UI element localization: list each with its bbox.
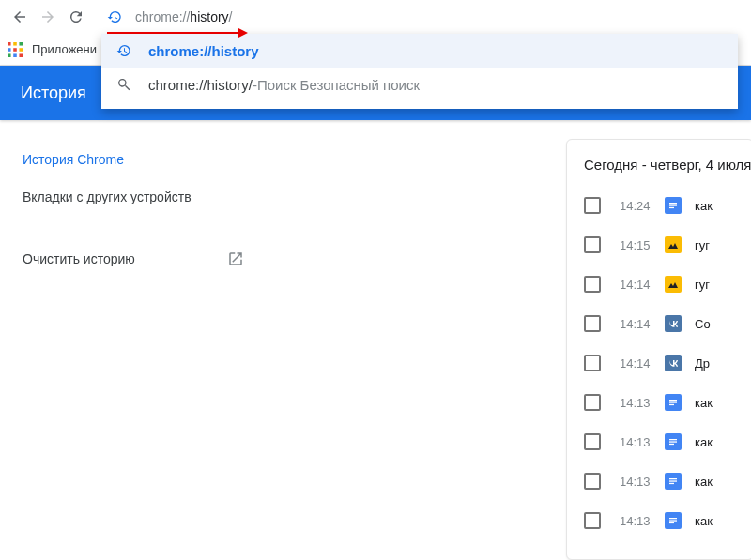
document-icon (665, 394, 682, 411)
image-icon (665, 236, 682, 253)
history-date-header: Сегодня - четверг, 4 июля (567, 157, 751, 186)
svg-rect-13 (669, 207, 674, 208)
svg-rect-3 (13, 42, 17, 46)
svg-rect-7 (19, 48, 23, 52)
history-icon (116, 43, 131, 58)
history-icon (107, 9, 122, 24)
svg-rect-6 (13, 48, 17, 52)
sidebar-item-label: История Chrome (23, 152, 124, 167)
row-title[interactable]: как (695, 396, 713, 410)
row-time: 14:13 (620, 475, 665, 489)
row-checkbox[interactable] (584, 276, 601, 293)
search-icon (116, 77, 131, 92)
page-title: История (21, 83, 86, 103)
omnibox-dropdown: chrome://history chrome://history/ - Пои… (101, 34, 738, 109)
svg-marker-14 (668, 243, 678, 249)
row-title[interactable]: как (695, 199, 713, 213)
row-checkbox[interactable] (584, 236, 601, 253)
row-time: 14:13 (620, 435, 665, 449)
history-row[interactable]: 14:14Со (567, 304, 751, 343)
suggestion-source: Поиск Безопасный поиск (257, 77, 420, 93)
svg-rect-11 (669, 203, 677, 204)
row-checkbox[interactable] (584, 473, 601, 490)
image-icon (665, 276, 682, 293)
reload-icon (68, 8, 84, 25)
row-title[interactable]: как (695, 435, 713, 449)
reload-button[interactable] (62, 3, 90, 31)
sidebar-item-clear-history[interactable]: Очистить историю (0, 240, 263, 278)
svg-rect-22 (669, 478, 677, 479)
document-icon (665, 512, 682, 529)
svg-rect-26 (669, 520, 677, 521)
svg-rect-10 (19, 53, 23, 57)
sidebar-item-label: Вкладки с других устройств (23, 189, 192, 204)
row-checkbox[interactable] (584, 394, 601, 411)
history-row[interactable]: 14:15гуг (567, 225, 751, 265)
row-title[interactable]: гуг (695, 238, 710, 252)
vk-icon (665, 355, 682, 371)
row-checkbox[interactable] (584, 355, 601, 371)
svg-rect-17 (669, 401, 677, 402)
history-row[interactable]: 14:13как (567, 501, 751, 540)
row-time: 14:14 (620, 317, 665, 331)
row-title[interactable]: как (695, 514, 713, 528)
row-time: 14:24 (620, 199, 665, 213)
vk-icon (665, 315, 682, 332)
history-row[interactable]: 14:13как (567, 383, 751, 422)
url-suffix: / (229, 9, 233, 24)
suggestion-text: chrome://history (148, 43, 259, 59)
row-title[interactable]: гуг (695, 278, 710, 292)
url-host: history (190, 9, 228, 24)
svg-rect-23 (669, 480, 677, 481)
main-panel: Сегодня - четверг, 4 июля 14:24как14:15г… (263, 120, 751, 560)
svg-rect-19 (669, 439, 677, 440)
arrow-left-icon (11, 8, 28, 25)
row-title[interactable]: Др (695, 356, 710, 371)
svg-rect-12 (669, 204, 677, 205)
document-icon (665, 473, 682, 490)
row-time: 14:14 (620, 278, 665, 292)
bookmarks-apps-label[interactable]: Приложени (32, 42, 97, 56)
history-row[interactable]: 14:13как (567, 422, 751, 462)
row-time: 14:13 (620, 514, 665, 528)
sidebar-item-chrome-history[interactable]: История Chrome (0, 141, 263, 178)
sidebar: История Chrome Вкладки с других устройст… (0, 120, 263, 560)
svg-rect-9 (13, 53, 17, 57)
row-time: 14:14 (620, 356, 665, 371)
apps-icon[interactable] (8, 42, 23, 57)
svg-rect-24 (669, 483, 674, 484)
url-prefix: chrome:// (135, 9, 190, 24)
svg-rect-5 (8, 48, 11, 52)
svg-rect-2 (8, 42, 11, 46)
row-time: 14:13 (620, 396, 665, 410)
svg-rect-21 (669, 444, 674, 445)
svg-rect-27 (669, 522, 674, 523)
row-title[interactable]: Со (695, 317, 711, 331)
annotation-arrow (107, 26, 248, 39)
svg-rect-25 (669, 518, 677, 519)
svg-rect-8 (8, 53, 11, 57)
svg-rect-20 (669, 441, 677, 442)
suggestion-text: chrome://history/ (148, 77, 253, 93)
svg-marker-1 (238, 28, 248, 38)
external-link-icon (227, 250, 244, 267)
history-card: Сегодня - четверг, 4 июля 14:24как14:15г… (566, 139, 751, 560)
row-checkbox[interactable] (584, 197, 601, 214)
row-checkbox[interactable] (584, 315, 601, 332)
history-row[interactable]: 14:13как (567, 462, 751, 501)
history-row[interactable]: 14:14Др (567, 343, 751, 383)
sidebar-item-label: Очистить историю (23, 251, 135, 266)
row-checkbox[interactable] (584, 512, 601, 529)
forward-button[interactable] (34, 3, 62, 31)
row-checkbox[interactable] (584, 433, 601, 450)
sidebar-item-tabs-other-devices[interactable]: Вкладки с других устройств (0, 178, 263, 216)
omnibox-suggestion[interactable]: chrome://history/ - Поиск Безопасный пои… (101, 68, 738, 101)
svg-marker-15 (668, 282, 678, 288)
svg-rect-4 (19, 42, 23, 46)
document-icon (665, 197, 682, 214)
back-button[interactable] (6, 3, 34, 31)
history-row[interactable]: 14:14гуг (567, 265, 751, 304)
history-row[interactable]: 14:24как (567, 186, 751, 225)
row-title[interactable]: как (695, 475, 713, 489)
svg-rect-18 (669, 404, 674, 405)
